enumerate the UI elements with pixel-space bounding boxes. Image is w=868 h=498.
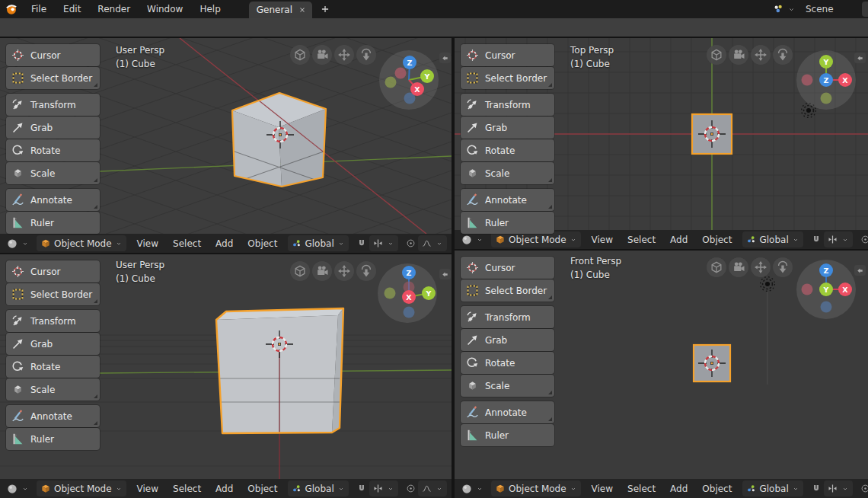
gizmo-y[interactable]: Y (424, 72, 430, 81)
tool-select-border[interactable]: Select Border (6, 67, 100, 89)
tool-rotate[interactable]: Rotate (6, 139, 100, 161)
camera-view-button[interactable] (312, 261, 332, 281)
menu-select[interactable]: Select (169, 238, 205, 249)
gizmo-x[interactable]: X (842, 286, 848, 294)
snap-toggle-icon[interactable] (810, 234, 822, 246)
menu-select[interactable]: Select (624, 484, 659, 494)
camera-view-button[interactable] (729, 257, 748, 277)
menu-add[interactable]: Add (212, 484, 237, 494)
tool-grab[interactable]: Grab (461, 117, 554, 139)
toggle-perspective-button[interactable] (707, 257, 726, 277)
tool-annotate[interactable]: Annotate (461, 189, 554, 211)
tool-rotate[interactable]: Rotate (461, 139, 554, 161)
snap-settings[interactable] (369, 235, 398, 251)
blender-menu-button[interactable] (0, 0, 23, 18)
navigation-gizmo[interactable]: Z Y X (375, 261, 439, 325)
gizmo-x[interactable]: X (414, 85, 420, 94)
scene-selector[interactable] (772, 3, 796, 16)
gizmo-z[interactable]: Z (824, 267, 829, 275)
tool-scale[interactable]: Scale (461, 375, 554, 397)
proportional-edit-icon[interactable] (860, 483, 868, 494)
menu-object[interactable]: Object (244, 484, 281, 494)
tool-scale[interactable]: Scale (461, 162, 554, 184)
menu-render[interactable]: Render (89, 0, 139, 18)
proportional-edit-icon[interactable] (405, 483, 416, 494)
zoom-view-button[interactable] (356, 45, 376, 65)
new-scene-button-cut[interactable] (862, 2, 868, 17)
snap-toggle-icon[interactable] (810, 483, 822, 495)
toggle-perspective-button[interactable] (290, 261, 310, 281)
zoom-view-button[interactable] (356, 261, 376, 281)
tool-ruler[interactable]: Ruler (6, 212, 100, 234)
menu-view[interactable]: View (588, 484, 617, 494)
snap-toggle-icon[interactable] (356, 483, 368, 495)
tool-grab[interactable]: Grab (6, 117, 100, 139)
editor-type-selector[interactable] (5, 237, 30, 251)
transform-orientation-selector[interactable]: Global (288, 480, 348, 496)
navigation-gizmo[interactable]: Y Z X (794, 48, 858, 112)
editor-type-selector[interactable] (460, 233, 484, 247)
tool-cursor[interactable]: Cursor (461, 257, 554, 279)
menu-add[interactable]: Add (212, 238, 237, 249)
tool-grab[interactable]: Grab (6, 333, 100, 355)
snap-toggle-icon[interactable] (356, 238, 368, 250)
toggle-perspective-button[interactable] (707, 45, 726, 65)
gizmo-z[interactable]: Z (407, 59, 413, 67)
zoom-view-button[interactable] (773, 257, 793, 277)
transform-orientation-selector[interactable]: Global (742, 480, 803, 496)
move-view-button[interactable] (751, 257, 771, 277)
tool-annotate[interactable]: Annotate (461, 401, 554, 423)
proportional-edit-icon[interactable] (860, 234, 868, 245)
transform-orientation-selector[interactable]: Global (288, 235, 348, 251)
editor-type-selector[interactable] (460, 482, 484, 496)
add-workspace-button[interactable] (317, 1, 333, 18)
menu-view[interactable]: View (133, 484, 162, 494)
mode-selector[interactable]: Object Mode (37, 235, 126, 251)
tool-ruler[interactable]: Ruler (461, 424, 554, 446)
editor-type-selector[interactable] (5, 482, 30, 496)
navigation-gizmo[interactable]: Z Y X (794, 257, 858, 321)
tool-transform[interactable]: Transform (6, 94, 100, 116)
tool-transform[interactable]: Transform (6, 310, 100, 332)
gizmo-z[interactable]: Z (824, 76, 829, 85)
menu-window[interactable]: Window (139, 0, 191, 18)
move-view-button[interactable] (334, 45, 354, 65)
tool-cursor[interactable]: Cursor (6, 44, 100, 66)
tool-select-border[interactable]: Select Border (461, 67, 554, 89)
tool-select-border[interactable]: Select Border (461, 279, 554, 302)
snap-settings[interactable] (369, 480, 398, 496)
falloff-selector[interactable] (418, 235, 447, 251)
tool-scale[interactable]: Scale (6, 162, 100, 184)
menu-select[interactable]: Select (169, 484, 205, 494)
scene-name-field[interactable]: Scene (799, 4, 865, 14)
gizmo-y[interactable]: Y (426, 289, 432, 298)
zoom-view-button[interactable] (773, 45, 793, 65)
tool-ruler[interactable]: Ruler (6, 428, 100, 450)
close-tab-icon[interactable] (298, 5, 307, 14)
tool-scale[interactable]: Scale (6, 378, 100, 401)
tool-cursor[interactable]: Cursor (461, 44, 554, 66)
tool-annotate[interactable]: Annotate (6, 405, 100, 427)
falloff-selector[interactable] (418, 480, 447, 496)
transform-orientation-selector[interactable]: Global (742, 231, 803, 247)
snap-settings[interactable] (824, 480, 853, 496)
menu-select[interactable]: Select (624, 235, 659, 245)
tool-transform[interactable]: Transform (461, 306, 554, 328)
move-view-button[interactable] (334, 261, 354, 281)
camera-view-button[interactable] (729, 45, 748, 65)
menu-object[interactable]: Object (244, 238, 281, 249)
menu-add[interactable]: Add (666, 235, 691, 245)
sidebar-toggle[interactable] (439, 53, 451, 63)
tool-annotate[interactable]: Annotate (6, 189, 100, 211)
menu-view[interactable]: View (133, 238, 162, 249)
proportional-edit-icon[interactable] (405, 238, 416, 249)
gizmo-y[interactable]: Y (823, 286, 829, 294)
gizmo-x[interactable]: X (842, 76, 848, 85)
tool-select-border[interactable]: Select Border (6, 283, 100, 305)
gizmo-y[interactable]: Y (823, 58, 829, 66)
move-view-button[interactable] (751, 45, 771, 65)
menu-help[interactable]: Help (191, 0, 228, 18)
menu-view[interactable]: View (588, 235, 617, 245)
menu-edit[interactable]: Edit (55, 0, 89, 18)
tool-rotate[interactable]: Rotate (6, 356, 100, 378)
